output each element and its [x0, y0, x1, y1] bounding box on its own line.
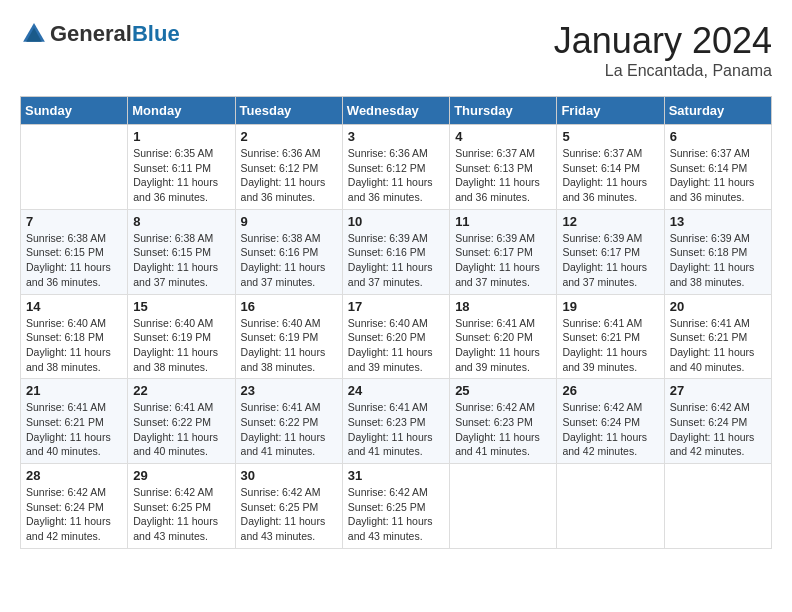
calendar-cell	[557, 464, 664, 549]
day-info: Sunrise: 6:40 AMSunset: 6:19 PMDaylight:…	[241, 316, 337, 375]
calendar-cell: 15Sunrise: 6:40 AMSunset: 6:19 PMDayligh…	[128, 294, 235, 379]
day-info: Sunrise: 6:38 AMSunset: 6:16 PMDaylight:…	[241, 231, 337, 290]
weekday-header: Saturday	[664, 97, 771, 125]
calendar-cell: 9Sunrise: 6:38 AMSunset: 6:16 PMDaylight…	[235, 209, 342, 294]
calendar-cell: 21Sunrise: 6:41 AMSunset: 6:21 PMDayligh…	[21, 379, 128, 464]
day-number: 7	[26, 214, 122, 229]
calendar-cell: 7Sunrise: 6:38 AMSunset: 6:15 PMDaylight…	[21, 209, 128, 294]
day-number: 18	[455, 299, 551, 314]
calendar-week-row: 28Sunrise: 6:42 AMSunset: 6:24 PMDayligh…	[21, 464, 772, 549]
day-number: 1	[133, 129, 229, 144]
weekday-header: Friday	[557, 97, 664, 125]
day-number: 17	[348, 299, 444, 314]
calendar-week-row: 7Sunrise: 6:38 AMSunset: 6:15 PMDaylight…	[21, 209, 772, 294]
day-number: 24	[348, 383, 444, 398]
day-info: Sunrise: 6:37 AMSunset: 6:14 PMDaylight:…	[670, 146, 766, 205]
day-info: Sunrise: 6:39 AMSunset: 6:17 PMDaylight:…	[562, 231, 658, 290]
day-number: 23	[241, 383, 337, 398]
calendar-cell: 11Sunrise: 6:39 AMSunset: 6:17 PMDayligh…	[450, 209, 557, 294]
calendar-cell: 6Sunrise: 6:37 AMSunset: 6:14 PMDaylight…	[664, 125, 771, 210]
day-info: Sunrise: 6:39 AMSunset: 6:17 PMDaylight:…	[455, 231, 551, 290]
day-info: Sunrise: 6:42 AMSunset: 6:25 PMDaylight:…	[348, 485, 444, 544]
day-info: Sunrise: 6:42 AMSunset: 6:25 PMDaylight:…	[241, 485, 337, 544]
day-info: Sunrise: 6:38 AMSunset: 6:15 PMDaylight:…	[26, 231, 122, 290]
day-info: Sunrise: 6:41 AMSunset: 6:23 PMDaylight:…	[348, 400, 444, 459]
day-info: Sunrise: 6:39 AMSunset: 6:16 PMDaylight:…	[348, 231, 444, 290]
calendar-cell: 14Sunrise: 6:40 AMSunset: 6:18 PMDayligh…	[21, 294, 128, 379]
calendar-cell	[450, 464, 557, 549]
calendar-cell: 13Sunrise: 6:39 AMSunset: 6:18 PMDayligh…	[664, 209, 771, 294]
calendar-cell: 30Sunrise: 6:42 AMSunset: 6:25 PMDayligh…	[235, 464, 342, 549]
logo-icon	[20, 20, 48, 48]
month-title: January 2024	[554, 20, 772, 62]
day-info: Sunrise: 6:40 AMSunset: 6:18 PMDaylight:…	[26, 316, 122, 375]
calendar-cell: 4Sunrise: 6:37 AMSunset: 6:13 PMDaylight…	[450, 125, 557, 210]
calendar-cell: 27Sunrise: 6:42 AMSunset: 6:24 PMDayligh…	[664, 379, 771, 464]
calendar-cell: 17Sunrise: 6:40 AMSunset: 6:20 PMDayligh…	[342, 294, 449, 379]
day-number: 16	[241, 299, 337, 314]
day-info: Sunrise: 6:36 AMSunset: 6:12 PMDaylight:…	[348, 146, 444, 205]
calendar-cell: 24Sunrise: 6:41 AMSunset: 6:23 PMDayligh…	[342, 379, 449, 464]
day-number: 10	[348, 214, 444, 229]
day-info: Sunrise: 6:42 AMSunset: 6:25 PMDaylight:…	[133, 485, 229, 544]
day-number: 25	[455, 383, 551, 398]
weekday-header: Tuesday	[235, 97, 342, 125]
calendar-cell: 29Sunrise: 6:42 AMSunset: 6:25 PMDayligh…	[128, 464, 235, 549]
day-number: 2	[241, 129, 337, 144]
weekday-header: Wednesday	[342, 97, 449, 125]
day-info: Sunrise: 6:39 AMSunset: 6:18 PMDaylight:…	[670, 231, 766, 290]
calendar-week-row: 1Sunrise: 6:35 AMSunset: 6:11 PMDaylight…	[21, 125, 772, 210]
day-info: Sunrise: 6:41 AMSunset: 6:21 PMDaylight:…	[562, 316, 658, 375]
day-number: 12	[562, 214, 658, 229]
day-number: 13	[670, 214, 766, 229]
day-number: 28	[26, 468, 122, 483]
calendar-cell: 10Sunrise: 6:39 AMSunset: 6:16 PMDayligh…	[342, 209, 449, 294]
day-number: 4	[455, 129, 551, 144]
location-title: La Encantada, Panama	[554, 62, 772, 80]
day-number: 26	[562, 383, 658, 398]
calendar-cell: 22Sunrise: 6:41 AMSunset: 6:22 PMDayligh…	[128, 379, 235, 464]
day-number: 22	[133, 383, 229, 398]
calendar-cell: 12Sunrise: 6:39 AMSunset: 6:17 PMDayligh…	[557, 209, 664, 294]
calendar-cell: 5Sunrise: 6:37 AMSunset: 6:14 PMDaylight…	[557, 125, 664, 210]
calendar-week-row: 14Sunrise: 6:40 AMSunset: 6:18 PMDayligh…	[21, 294, 772, 379]
day-number: 21	[26, 383, 122, 398]
title-area: January 2024 La Encantada, Panama	[554, 20, 772, 80]
day-number: 29	[133, 468, 229, 483]
day-info: Sunrise: 6:37 AMSunset: 6:14 PMDaylight:…	[562, 146, 658, 205]
page-header: GeneralBlue January 2024 La Encantada, P…	[20, 20, 772, 80]
day-info: Sunrise: 6:41 AMSunset: 6:22 PMDaylight:…	[133, 400, 229, 459]
day-info: Sunrise: 6:42 AMSunset: 6:24 PMDaylight:…	[26, 485, 122, 544]
calendar-cell: 2Sunrise: 6:36 AMSunset: 6:12 PMDaylight…	[235, 125, 342, 210]
logo-general-text: General	[50, 21, 132, 46]
logo: GeneralBlue	[20, 20, 180, 48]
weekday-header: Thursday	[450, 97, 557, 125]
day-info: Sunrise: 6:42 AMSunset: 6:24 PMDaylight:…	[562, 400, 658, 459]
day-info: Sunrise: 6:37 AMSunset: 6:13 PMDaylight:…	[455, 146, 551, 205]
day-number: 30	[241, 468, 337, 483]
day-number: 31	[348, 468, 444, 483]
day-info: Sunrise: 6:42 AMSunset: 6:23 PMDaylight:…	[455, 400, 551, 459]
calendar-cell: 20Sunrise: 6:41 AMSunset: 6:21 PMDayligh…	[664, 294, 771, 379]
calendar-cell: 3Sunrise: 6:36 AMSunset: 6:12 PMDaylight…	[342, 125, 449, 210]
calendar-cell: 16Sunrise: 6:40 AMSunset: 6:19 PMDayligh…	[235, 294, 342, 379]
day-number: 5	[562, 129, 658, 144]
calendar-cell: 25Sunrise: 6:42 AMSunset: 6:23 PMDayligh…	[450, 379, 557, 464]
day-info: Sunrise: 6:41 AMSunset: 6:21 PMDaylight:…	[26, 400, 122, 459]
day-number: 3	[348, 129, 444, 144]
calendar-cell: 26Sunrise: 6:42 AMSunset: 6:24 PMDayligh…	[557, 379, 664, 464]
logo-blue-text: Blue	[132, 21, 180, 46]
day-info: Sunrise: 6:38 AMSunset: 6:15 PMDaylight:…	[133, 231, 229, 290]
day-number: 14	[26, 299, 122, 314]
calendar-cell: 19Sunrise: 6:41 AMSunset: 6:21 PMDayligh…	[557, 294, 664, 379]
day-number: 11	[455, 214, 551, 229]
day-info: Sunrise: 6:36 AMSunset: 6:12 PMDaylight:…	[241, 146, 337, 205]
calendar-table: SundayMondayTuesdayWednesdayThursdayFrid…	[20, 96, 772, 549]
day-info: Sunrise: 6:42 AMSunset: 6:24 PMDaylight:…	[670, 400, 766, 459]
calendar-cell: 28Sunrise: 6:42 AMSunset: 6:24 PMDayligh…	[21, 464, 128, 549]
day-info: Sunrise: 6:40 AMSunset: 6:20 PMDaylight:…	[348, 316, 444, 375]
day-number: 19	[562, 299, 658, 314]
day-info: Sunrise: 6:41 AMSunset: 6:21 PMDaylight:…	[670, 316, 766, 375]
day-number: 20	[670, 299, 766, 314]
calendar-cell: 18Sunrise: 6:41 AMSunset: 6:20 PMDayligh…	[450, 294, 557, 379]
